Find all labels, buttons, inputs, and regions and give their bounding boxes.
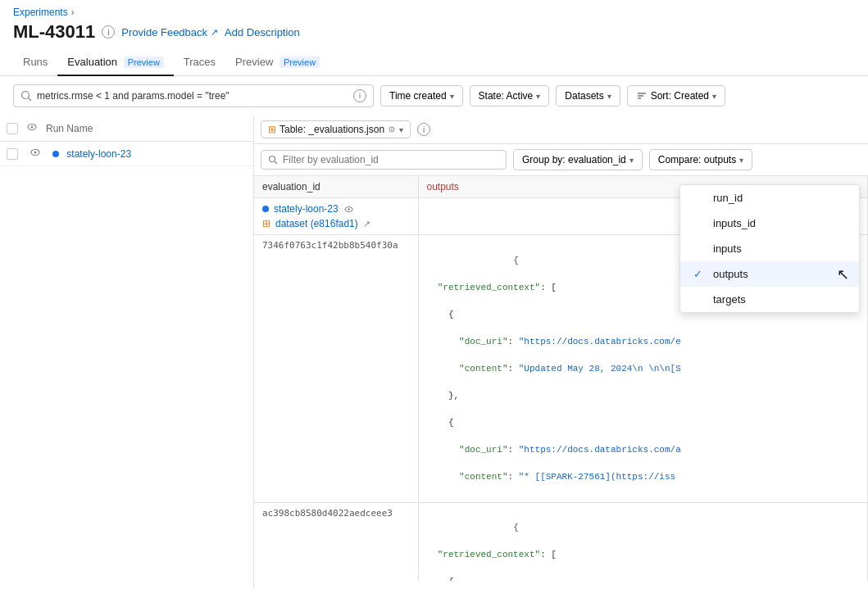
compare-chevron: ▾: [739, 156, 743, 165]
select-all-checkbox[interactable]: [7, 123, 18, 134]
datasets-chevron: ▾: [607, 92, 611, 101]
cursor-pointer-icon: ↖: [837, 265, 849, 283]
table-tag[interactable]: ⊞ Table: _evaluations.json ▾: [261, 120, 411, 138]
row2-content: { "retrieved_context": [ { "doc_uri": "h…: [418, 502, 868, 581]
row1-dataset-link[interactable]: dataset (e816fad1): [275, 218, 358, 229]
table-settings-icon: [388, 125, 396, 134]
group-by-chevron: ▾: [629, 156, 634, 165]
left-panel: Run Name stately-loon-23: [0, 116, 254, 589]
search-box[interactable]: i: [13, 84, 374, 107]
main-toolbar: i Time created ▾ State: Active ▾ Dataset…: [0, 76, 868, 116]
eval-filter-row: Group by: evaluation_id ▾ Compare: outpu…: [254, 144, 868, 176]
search-input[interactable]: [37, 90, 348, 102]
row1-status-dot: [262, 206, 269, 212]
compare-outputs-dropdown[interactable]: Compare: outputs ▾: [649, 149, 752, 170]
col-evaluation-id: evaluation_id: [254, 176, 418, 198]
sort-chevron: ▾: [712, 92, 716, 101]
time-created-chevron: ▾: [450, 92, 454, 101]
row2-id: ac398cb8580d4022aedceee3: [254, 502, 418, 581]
row1-dataset-link-icon: ↗: [363, 219, 370, 229]
group-by-dropdown[interactable]: Group by: evaluation_id ▾: [513, 149, 643, 170]
traces-preview-badge: Preview: [279, 57, 320, 68]
tab-evaluation[interactable]: Evaluation Preview: [57, 49, 173, 76]
sort-dropdown[interactable]: Sort: Created ▾: [627, 85, 725, 106]
info-icon[interactable]: i: [102, 25, 115, 39]
compare-option-run-id[interactable]: ✓ run_id: [680, 185, 859, 211]
compare-dropdown-menu: ✓ run_id ✓ inputs_id ✓ inputs ✓ outputs …: [679, 184, 860, 313]
external-link-icon: ↗: [211, 27, 218, 38]
sort-icon: [636, 90, 648, 102]
run-table-header: Run Name: [0, 116, 253, 142]
evaluation-preview-badge: Preview: [124, 57, 164, 68]
page-title: ML-43011: [13, 21, 95, 43]
compare-option-targets[interactable]: ✓ targets: [680, 287, 859, 312]
run-row: stately-loon-23: [0, 142, 253, 166]
row1-id: 7346f0763c1f42bb8b540f30a: [254, 235, 418, 503]
eye-row-icon[interactable]: [30, 147, 41, 158]
compare-option-outputs[interactable]: ✓ outputs ↖: [680, 261, 859, 287]
datasets-dropdown[interactable]: Datasets ▾: [556, 85, 620, 106]
eval-info-icon[interactable]: i: [417, 123, 430, 136]
svg-point-14: [348, 208, 350, 211]
time-created-dropdown[interactable]: Time created ▾: [380, 85, 463, 106]
svg-point-6: [31, 126, 34, 129]
row1-eye-icon[interactable]: [343, 204, 354, 215]
check-outputs: ✓: [693, 268, 707, 280]
run-name-link[interactable]: stately-loon-23: [66, 148, 131, 160]
run-status-dot: [52, 151, 59, 157]
filter-input-box[interactable]: [261, 150, 507, 170]
table-row: ac398cb8580d4022aedceee3 { "retrieved_co…: [254, 502, 868, 581]
eye-header-icon: [26, 121, 38, 133]
state-dropdown[interactable]: State: Active ▾: [470, 85, 550, 106]
tab-traces[interactable]: Traces: [174, 49, 225, 76]
svg-point-0: [22, 92, 30, 99]
table-tag-chevron: ▾: [399, 125, 403, 134]
row1-stately-link[interactable]: stately-loon-23: [274, 203, 339, 215]
filter-input[interactable]: [283, 154, 406, 165]
svg-line-12: [275, 161, 277, 164]
run-checkbox[interactable]: [7, 148, 18, 160]
eval-toolbar: ⊞ Table: _evaluations.json ▾ i: [254, 116, 868, 144]
breadcrumb: Experiments ›: [13, 7, 855, 18]
tab-runs[interactable]: Runs: [13, 49, 57, 76]
tabs-row: Runs Evaluation Preview Traces Preview P…: [0, 49, 868, 76]
experiments-link[interactable]: Experiments: [13, 7, 68, 18]
search-icon: [20, 90, 32, 102]
svg-point-11: [270, 156, 275, 162]
state-chevron: ▾: [536, 92, 540, 101]
add-description-button[interactable]: Add Description: [225, 26, 300, 39]
run-name-header: Run Name: [46, 123, 247, 134]
compare-option-inputs[interactable]: ✓ inputs: [680, 236, 859, 261]
search-info-icon[interactable]: i: [353, 89, 366, 102]
filter-search-icon: [268, 155, 278, 165]
tab-preview[interactable]: Preview Preview: [225, 49, 329, 76]
right-panel: ⊞ Table: _evaluations.json ▾ i Group b: [254, 116, 868, 589]
breadcrumb-chevron: ›: [71, 7, 75, 18]
main-content: Run Name stately-loon-23 ⊞ Table:: [0, 116, 868, 589]
svg-point-10: [391, 129, 393, 130]
compare-option-inputs-id[interactable]: ✓ inputs_id: [680, 211, 859, 236]
dataset-icon: ⊞: [262, 218, 270, 229]
table-icon: ⊞: [268, 124, 276, 135]
svg-point-8: [34, 152, 37, 154]
svg-line-1: [29, 98, 32, 102]
provide-feedback-button[interactable]: Provide Feedback ↗: [121, 26, 218, 39]
